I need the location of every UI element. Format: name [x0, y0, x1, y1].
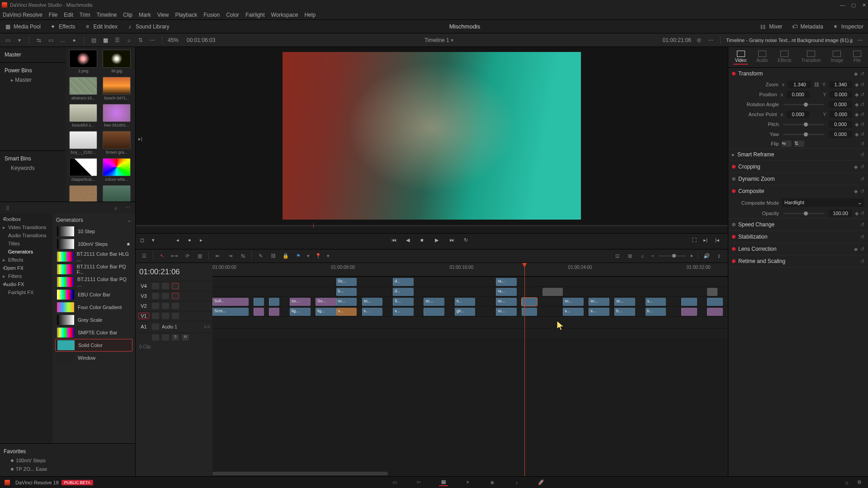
bin-keywords[interactable]: Keywords — [5, 164, 61, 173]
audio-track-row-2[interactable] — [212, 328, 728, 338]
timeline-clip[interactable]: sc... — [614, 298, 635, 306]
cropping-section[interactable]: Cropping◆↺ — [728, 161, 868, 173]
timeline-clip[interactable]: lig... — [316, 308, 336, 316]
loop-icon[interactable]: ↻ — [464, 237, 472, 245]
bin-power-master[interactable]: ▸ Master — [5, 75, 61, 84]
marker-tool-icon[interactable]: ✎ — [256, 252, 264, 260]
retime-section[interactable]: Retime and Scaling↺ — [728, 255, 868, 267]
track-row[interactable]: Sc...d...ra... — [212, 277, 728, 286]
timeline-name[interactable]: Timeline 1 — [425, 37, 449, 43]
marker-icon[interactable]: 📍 — [314, 252, 322, 260]
enable-icon[interactable] — [172, 283, 179, 289]
timeline-clip[interactable]: d... — [393, 288, 414, 296]
viewer-zoom[interactable]: 45% — [168, 37, 179, 43]
chevron-down-icon[interactable]: ▾ — [15, 36, 24, 44]
menu-view[interactable]: View — [157, 12, 169, 18]
timeline-clip[interactable] — [254, 298, 264, 306]
link-icon[interactable]: ⇆ — [35, 36, 43, 44]
media-thumb[interactable]: clapperboa... — [68, 158, 98, 182]
media-thumb[interactable]: desert-471... — [68, 185, 98, 202]
generator-item[interactable]: Window — [55, 352, 132, 364]
lock-icon[interactable] — [152, 324, 159, 330]
play-next-icon[interactable]: ▸| — [138, 136, 142, 142]
timeline-view-icon[interactable]: ☰ — [140, 252, 148, 260]
fx-tree-item[interactable]: ▸Filters — [0, 272, 52, 280]
solo-button[interactable]: S — [172, 334, 179, 341]
yaw-field[interactable]: 0.000 — [829, 131, 852, 138]
last-frame-icon[interactable]: ⏭ — [449, 237, 458, 245]
menu-fairlight[interactable]: Fairlight — [245, 12, 265, 18]
media-thumb[interactable]: 36.jpg — [102, 50, 132, 73]
flip-h-button[interactable]: ⇋ — [782, 141, 792, 147]
zoom-y-field[interactable]: 1.340 — [829, 81, 852, 88]
generator-item[interactable]: 100mV Steps★ — [55, 238, 132, 250]
list-view-icon[interactable]: ☰ — [113, 36, 121, 44]
pitch-slider[interactable] — [783, 124, 824, 125]
timeline-clip[interactable]: s... — [589, 308, 609, 316]
composite-section[interactable]: Composite◆↺ — [728, 185, 868, 197]
fullscreen-icon[interactable]: ⛶ — [692, 237, 700, 245]
blade-tool-icon[interactable]: ▥ — [196, 252, 204, 260]
minimize-icon[interactable]: — — [840, 2, 845, 8]
next-edit-icon[interactable]: ▸ — [200, 237, 208, 245]
search-icon[interactable]: ⌕ — [125, 36, 133, 44]
timeline-clip[interactable]: sc... — [424, 298, 444, 306]
link-icon[interactable]: ⛓ — [814, 82, 819, 87]
menu-clip[interactable]: Clip — [123, 12, 132, 18]
auto-select-icon[interactable] — [162, 293, 169, 299]
timeline-clip[interactable]: ra... — [496, 278, 517, 286]
lock-icon[interactable] — [152, 303, 159, 309]
effects-button[interactable]: ✦Effects — [45, 20, 80, 33]
track-row[interactable]: b...d...ra... — [212, 286, 728, 296]
match-frame-icon[interactable]: ● — [188, 237, 196, 245]
timeline-clip[interactable]: sc... — [589, 298, 609, 306]
mute-button[interactable]: M — [182, 334, 189, 341]
viewer-scrubber[interactable] — [136, 225, 728, 226]
media-thumb[interactable]: abstract-18... — [68, 77, 98, 100]
timeline-clip[interactable]: sc... — [496, 308, 517, 316]
timeline-clip[interactable]: so... — [290, 298, 311, 306]
lock-icon[interactable]: 🔒 — [282, 252, 290, 260]
menu-color[interactable]: Color — [226, 12, 239, 18]
home-icon[interactable]: ⌂ — [843, 479, 851, 487]
more-icon[interactable]: ⋯ — [148, 36, 156, 44]
timeline-clip[interactable] — [269, 308, 279, 316]
media-thumb[interactable]: dog-18014... — [102, 185, 132, 202]
metadata-button[interactable]: 🏷Metadata — [787, 20, 828, 33]
media-thumb[interactable]: beautiful-1... — [68, 104, 98, 127]
h-scrollbar[interactable] — [212, 472, 388, 475]
track-head[interactable]: V3 — [136, 291, 212, 301]
lens-section[interactable]: Lens Correction◆↺ — [728, 243, 868, 255]
zoom-custom-icon[interactable]: ⌕ — [638, 252, 646, 260]
timeline-clip[interactable]: s... — [646, 298, 666, 306]
timeline-clip[interactable] — [681, 298, 697, 306]
dynamic-zoom-section[interactable]: Dynamic Zoom↺ — [728, 173, 868, 185]
chevron-down-icon[interactable]: ▾ — [451, 37, 453, 43]
timeline-clip[interactable]: S... — [393, 298, 414, 306]
flip-v-button[interactable]: ⇅ — [794, 141, 804, 147]
next-clip-icon[interactable]: ▸| — [703, 237, 712, 245]
meters-icon[interactable]: ⫿ — [715, 252, 723, 260]
overwrite-icon[interactable]: ⇥ — [226, 252, 234, 260]
replace-icon[interactable]: ⇆ — [239, 252, 247, 260]
generator-item[interactable]: Four Color Gradient — [55, 301, 132, 314]
inspector-tab-transition[interactable]: Transition — [799, 50, 823, 65]
timeline-clip[interactable] — [681, 308, 697, 316]
insert-icon[interactable]: ⇤ — [213, 252, 222, 260]
timeline-clip[interactable]: s... — [563, 308, 584, 316]
timeline-clip[interactable]: s... — [455, 298, 476, 306]
record-icon[interactable]: ● — [70, 36, 78, 44]
timeline-clip[interactable]: sc... — [496, 298, 517, 306]
timeline-clip[interactable] — [269, 298, 279, 306]
more-icon[interactable]: ⋯ — [123, 204, 132, 212]
media-thumb[interactable]: colour-whe... — [102, 158, 132, 182]
more-icon[interactable]: ⋯ — [707, 36, 715, 44]
dynamic-trim-icon[interactable]: ⟳ — [183, 252, 191, 260]
edit-index-button[interactable]: ≡Edit Index — [80, 20, 122, 33]
zoom-out-icon[interactable]: − — [651, 253, 654, 258]
timeline-clip[interactable]: Soli... — [212, 298, 249, 306]
audio-track-head[interactable]: A1 Audio 1 2.0 — [136, 321, 212, 333]
zoom-detail-icon[interactable]: ⊞ — [626, 252, 634, 260]
anchor-y-field[interactable]: 0.000 — [830, 111, 852, 118]
media-pool-button[interactable]: ▦Media Pool — [0, 20, 45, 33]
